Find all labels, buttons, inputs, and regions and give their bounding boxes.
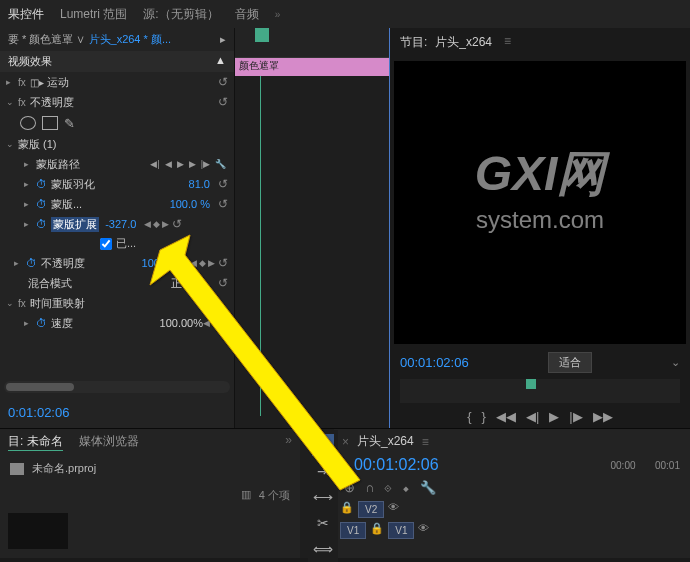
- reset-icon[interactable]: ↺: [218, 276, 228, 290]
- program-timecode[interactable]: 00:01:02:06: [400, 355, 469, 370]
- add-kf-icon[interactable]: ◆: [153, 219, 160, 229]
- twisty-icon[interactable]: ▸: [24, 159, 36, 169]
- timeline-toggle-icon[interactable]: ▲: [215, 54, 226, 69]
- project-item[interactable]: 未命名.prproj: [0, 455, 300, 482]
- reset-icon[interactable]: ↺: [218, 95, 228, 109]
- inverted-checkbox[interactable]: [100, 238, 112, 250]
- reset-icon[interactable]: ↺: [172, 217, 182, 231]
- twisty-icon[interactable]: ⌄: [6, 97, 18, 107]
- track-select-tool-icon[interactable]: ⇥: [312, 460, 334, 482]
- snap-icon[interactable]: ⊕: [344, 480, 355, 495]
- next-kf-icon[interactable]: ▶: [221, 318, 228, 328]
- scrollbar[interactable]: [4, 381, 230, 393]
- track-back-icon[interactable]: ◀: [163, 159, 174, 169]
- program-ruler[interactable]: [400, 379, 680, 403]
- mask-opacity-value[interactable]: 100.0 %: [170, 198, 210, 210]
- link-icon[interactable]: ⟐: [384, 480, 392, 495]
- eye-icon[interactable]: 👁: [388, 501, 399, 518]
- tabs-overflow-icon[interactable]: »: [285, 433, 292, 451]
- tab-source[interactable]: 源:（无剪辑）: [143, 6, 218, 23]
- ruler-playhead-icon[interactable]: [526, 379, 536, 389]
- ripple-tool-icon[interactable]: ⟷: [312, 486, 334, 508]
- twisty-icon[interactable]: ▸: [24, 219, 36, 229]
- track-fwd-icon[interactable]: |▶: [199, 159, 212, 169]
- mask-expansion-value[interactable]: -327.0: [105, 218, 136, 230]
- twisty-icon[interactable]: ⌄: [6, 139, 18, 149]
- stopwatch-icon[interactable]: ⏱: [36, 198, 47, 210]
- track-fwd-icon[interactable]: ▶: [187, 159, 198, 169]
- prev-kf-icon[interactable]: ◀: [203, 318, 210, 328]
- speed-value[interactable]: 100.00%: [160, 317, 203, 329]
- add-kf-icon[interactable]: ◆: [199, 258, 206, 268]
- stopwatch-icon[interactable]: ⏱: [26, 257, 37, 269]
- program-clip-name[interactable]: 片头_x264: [435, 34, 492, 51]
- go-next-icon[interactable]: ▶▶: [593, 409, 613, 424]
- mini-ruler[interactable]: [235, 28, 389, 58]
- tab-effect-controls[interactable]: 果控件: [8, 6, 44, 23]
- close-tab-icon[interactable]: ≡: [504, 34, 511, 51]
- ellipse-mask-icon[interactable]: [20, 116, 36, 130]
- mark-out-icon[interactable]: }: [482, 409, 486, 424]
- next-kf-icon[interactable]: ▶: [162, 219, 169, 229]
- track-source[interactable]: V1: [340, 522, 366, 539]
- slip-tool-icon[interactable]: ⟺: [312, 538, 334, 560]
- play-icon[interactable]: ▶: [549, 409, 559, 424]
- stopwatch-icon[interactable]: ⏱: [36, 317, 47, 329]
- master-clip-label[interactable]: 要 * 颜色遮罩 ∨: [8, 32, 85, 47]
- selection-tool-icon[interactable]: ▶: [312, 434, 334, 456]
- add-kf-icon[interactable]: ◆: [212, 318, 219, 328]
- timeline-timecode[interactable]: 00:01:02:06: [344, 454, 449, 476]
- track-toggle[interactable]: V2: [358, 501, 384, 518]
- prev-kf-icon[interactable]: ◀: [144, 219, 151, 229]
- settings-icon[interactable]: 🔧: [420, 480, 436, 495]
- step-fwd-icon[interactable]: |▶: [569, 409, 582, 424]
- playhead-icon[interactable]: [255, 28, 269, 42]
- thumbnail[interactable]: [8, 513, 68, 549]
- prev-kf-icon[interactable]: ◀: [190, 258, 197, 268]
- twisty-icon[interactable]: ▸: [24, 318, 36, 328]
- track-stop-icon[interactable]: ▶: [175, 159, 186, 169]
- stopwatch-icon[interactable]: ⏱: [36, 178, 47, 190]
- filter-icon[interactable]: ▥: [241, 488, 251, 503]
- resolution-dropdown[interactable]: ⌄: [671, 356, 680, 369]
- track-back-icon[interactable]: ◀|: [148, 159, 161, 169]
- tab-lumetri[interactable]: Lumetri 范围: [60, 6, 127, 23]
- opacity-prop-value[interactable]: 100.0 %: [142, 257, 182, 269]
- fit-dropdown[interactable]: 适合: [548, 352, 592, 373]
- reset-icon[interactable]: ↺: [218, 197, 228, 211]
- keyframe-icon[interactable]: ◫▸: [30, 77, 44, 88]
- track-toggle[interactable]: V1: [388, 522, 414, 539]
- close-icon[interactable]: ×: [342, 435, 349, 449]
- reset-icon[interactable]: ↺: [218, 177, 228, 191]
- twisty-icon[interactable]: ⌄: [6, 298, 18, 308]
- mask-label[interactable]: 蒙版 (1): [18, 137, 228, 152]
- blend-mode-value[interactable]: 正常: [171, 276, 193, 291]
- eye-icon[interactable]: 👁: [418, 522, 429, 539]
- rect-mask-icon[interactable]: [42, 116, 58, 130]
- lock-icon[interactable]: 🔒: [340, 501, 354, 518]
- sequence-name[interactable]: 片头_x264: [357, 433, 414, 450]
- reset-icon[interactable]: ↺: [218, 75, 228, 89]
- wrench-icon[interactable]: 🔧: [213, 159, 228, 169]
- twisty-icon[interactable]: ▸: [14, 258, 26, 268]
- lock-icon[interactable]: 🔒: [370, 522, 384, 539]
- step-back-icon[interactable]: ◀|: [526, 409, 539, 424]
- mark-in-icon[interactable]: {: [467, 409, 471, 424]
- stopwatch-icon[interactable]: ⏱: [36, 218, 47, 230]
- current-clip-link[interactable]: 片头_x264 * 颜...: [89, 32, 172, 47]
- twisty-icon[interactable]: ▸: [24, 199, 36, 209]
- mask-feather-value[interactable]: 81.0: [189, 178, 210, 190]
- twisty-icon[interactable]: ▸: [24, 179, 36, 189]
- effect-timecode[interactable]: 0:01:02:06: [0, 397, 234, 428]
- twisty-icon[interactable]: ▸: [6, 77, 18, 87]
- dropdown-icon[interactable]: ⌄: [201, 277, 210, 290]
- pen-mask-icon[interactable]: ✎: [64, 116, 80, 130]
- magnet-icon[interactable]: ∩: [365, 480, 374, 495]
- go-prev-icon[interactable]: ◀◀: [496, 409, 516, 424]
- tabs-overflow-icon[interactable]: »: [275, 9, 281, 20]
- breadcrumb-btn1[interactable]: ▸: [220, 33, 226, 46]
- marker-icon[interactable]: ⬥: [402, 480, 410, 495]
- media-browser-tab[interactable]: 媒体浏览器: [79, 433, 139, 451]
- next-kf-icon[interactable]: ▶: [208, 258, 215, 268]
- clip-bar[interactable]: 颜色遮罩: [235, 58, 389, 76]
